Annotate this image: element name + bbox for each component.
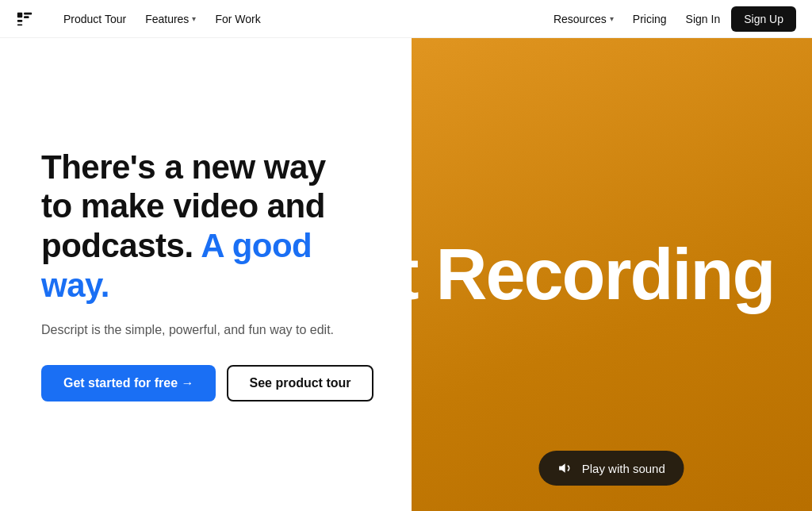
navbar: Product Tour Features ▾ For Work Resourc… (0, 0, 812, 38)
svg-rect-1 (17, 19, 22, 21)
svg-rect-3 (24, 12, 32, 14)
nav-resources[interactable]: Resources ▾ (546, 8, 622, 30)
signin-button[interactable]: Sign In (678, 8, 729, 30)
product-tour-button[interactable]: See product tour (227, 365, 373, 402)
sound-icon (558, 460, 574, 476)
hero-subtext: Descript is the simple, powerful, and fu… (41, 321, 373, 340)
nav-left-links: Product Tour Features ▾ For Work (56, 8, 269, 30)
nav-for-work[interactable]: For Work (207, 8, 268, 30)
nav-right-links: Resources ▾ Pricing Sign In Sign Up (546, 6, 796, 32)
logo[interactable] (16, 10, 33, 28)
hero-left-panel: There's a new wayto make video andpodcas… (0, 38, 412, 511)
play-sound-button[interactable]: Play with sound (539, 451, 684, 486)
features-chevron-icon: ▾ (192, 14, 196, 23)
svg-rect-0 (17, 12, 22, 17)
play-sound-label: Play with sound (582, 462, 665, 475)
svg-rect-2 (17, 24, 22, 25)
hero-video-panel: t Recording Play with sound (412, 38, 813, 511)
main-content: There's a new wayto make video andpodcas… (0, 38, 812, 511)
nav-product-tour[interactable]: Product Tour (56, 8, 134, 30)
recording-text: t Recording (412, 239, 775, 310)
cta-buttons: Get started for free → See product tour (41, 365, 373, 402)
signup-button[interactable]: Sign Up (731, 6, 796, 32)
hero-heading: There's a new wayto make video andpodcas… (41, 148, 373, 305)
resources-chevron-icon: ▾ (610, 14, 614, 23)
svg-marker-5 (559, 463, 565, 473)
video-overlay: t Recording Play with sound (412, 38, 813, 511)
logo-icon (16, 10, 33, 28)
nav-features[interactable]: Features ▾ (137, 8, 204, 30)
svg-rect-4 (24, 16, 29, 18)
nav-pricing[interactable]: Pricing (625, 8, 675, 30)
get-started-button[interactable]: Get started for free → (41, 365, 216, 402)
